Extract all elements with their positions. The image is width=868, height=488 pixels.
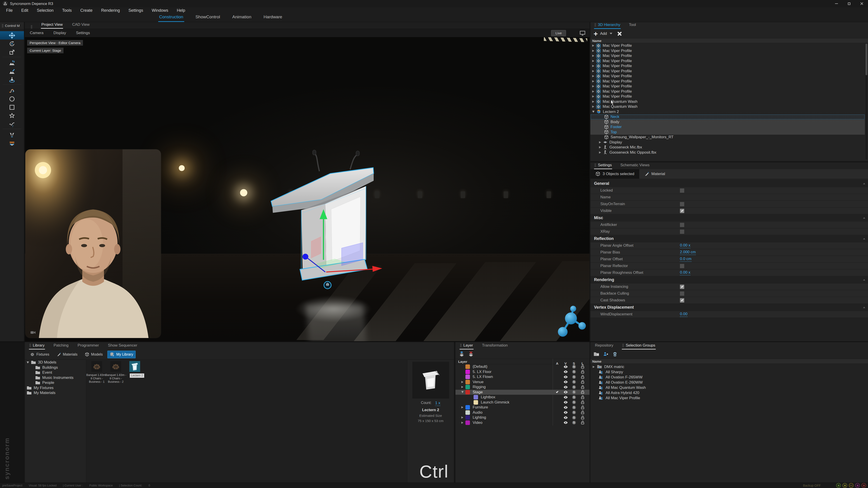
- menu-windows[interactable]: Windows: [147, 7, 173, 14]
- delete-layer-icon[interactable]: [468, 351, 474, 357]
- tree-item-gooseneck-mic-opposit-fbx[interactable]: Gooseneck Mic Opposit.fbx: [590, 150, 865, 155]
- layer-row-stage[interactable]: StageS: [456, 390, 590, 395]
- tool-curve-icon[interactable]: f: [0, 120, 24, 128]
- collapse-arrow-icon[interactable]: [461, 391, 464, 393]
- solo-icon[interactable]: S: [571, 369, 577, 374]
- winddisplacement-value[interactable]: 0.00: [680, 312, 687, 317]
- tree-item-lectern-2[interactable]: Lectern 2: [590, 109, 865, 115]
- collapse-arrow-icon[interactable]: [863, 306, 865, 308]
- delete-icon[interactable]: [617, 31, 622, 36]
- collapse-arrow-icon[interactable]: [863, 217, 865, 219]
- tree-item-body[interactable]: Body: [590, 120, 865, 125]
- expand-arrow-icon[interactable]: [461, 416, 463, 419]
- live-button[interactable]: Live: [551, 30, 566, 36]
- external-monitor-icon[interactable]: [580, 31, 585, 35]
- allow-instancing-checkbox[interactable]: [680, 285, 684, 289]
- thumbnail-banquet-1-83m-8-chairs-business-1[interactable]: [91, 361, 102, 372]
- expand-arrow-icon[interactable]: [592, 105, 594, 108]
- visibility-eye-icon[interactable]: [562, 385, 569, 389]
- visibility-eye-icon[interactable]: [562, 395, 569, 399]
- solo-icon[interactable]: S: [571, 400, 577, 404]
- tree-item-mac-viper-profile[interactable]: Mac Viper Profile: [590, 59, 865, 64]
- add-icon[interactable]: +: [594, 31, 598, 37]
- tree-item-mac-viper-profile[interactable]: Mac Viper Profile: [590, 53, 865, 59]
- expand-arrow-icon[interactable]: [592, 80, 594, 83]
- layer-color-swatch[interactable]: [465, 390, 470, 394]
- layer-row-audio[interactable]: AudioS: [456, 410, 590, 415]
- drag-handle[interactable]: [2, 24, 3, 28]
- solo-icon[interactable]: S: [571, 410, 577, 415]
- group-item-all-ovation-f-265ww[interactable]: All Ovation F-265WW: [590, 375, 868, 380]
- workspace-tab-hardware[interactable]: Hardware: [263, 13, 283, 22]
- tab-settings[interactable]: Settings: [594, 162, 612, 169]
- delete-group-icon[interactable]: [612, 351, 618, 357]
- library-folder-my-materials[interactable]: My Materials: [25, 390, 86, 396]
- category-tab-my-library[interactable]: My Library: [107, 351, 135, 358]
- expand-arrow-icon[interactable]: [592, 70, 594, 72]
- 3d-canvas[interactable]: Perspective View - Editor Camera Current…: [25, 37, 590, 341]
- tool-rectangle-icon[interactable]: [0, 103, 24, 111]
- tool-terrain-elevation-icon[interactable]: [0, 59, 24, 67]
- menu-rendering[interactable]: Rendering: [97, 7, 124, 14]
- tool-spline-icon[interactable]: [0, 86, 24, 95]
- tree-item-mac-viper-profile[interactable]: Mac Viper Profile: [590, 74, 865, 79]
- layer-color-swatch[interactable]: [465, 369, 470, 374]
- lock-icon[interactable]: [579, 405, 586, 410]
- solo-icon[interactable]: S: [571, 405, 577, 410]
- stayonterrain-checkbox[interactable]: [680, 202, 684, 206]
- locked-checkbox[interactable]: [680, 188, 684, 193]
- category-tab-models[interactable]: Models: [82, 351, 105, 358]
- layer-color-swatch[interactable]: [465, 405, 470, 410]
- viewport-tab-project-view[interactable]: Project View: [41, 22, 63, 29]
- layer-color-swatch[interactable]: [465, 375, 470, 379]
- tab-programmer[interactable]: Programmer: [77, 343, 99, 350]
- layer-color-swatch[interactable]: [473, 400, 478, 404]
- count-value[interactable]: 1 x: [435, 401, 440, 406]
- expand-arrow-icon[interactable]: [599, 141, 601, 143]
- visibility-eye-icon[interactable]: [562, 364, 569, 369]
- viewport-menu-camera[interactable]: Camera: [30, 31, 43, 35]
- layer-row-furniture[interactable]: FurnitureS: [456, 405, 590, 410]
- object-tab-3-objects-selected[interactable]: 3 Objects selected: [590, 169, 639, 179]
- add-selection-group-icon[interactable]: [603, 351, 609, 357]
- tree-item-mac-viper-profile[interactable]: Mac Viper Profile: [590, 84, 865, 89]
- tree-item-display[interactable]: Display: [590, 140, 865, 145]
- library-folder-buildings[interactable]: Buildings: [25, 365, 86, 370]
- antiflicker-checkbox[interactable]: [680, 223, 684, 227]
- library-folder-my-fixtures[interactable]: My Fixtures: [25, 385, 86, 391]
- expand-arrow-icon[interactable]: [592, 90, 594, 93]
- tree-item-footer[interactable]: Footer: [590, 125, 865, 130]
- visibility-eye-icon[interactable]: [562, 390, 569, 394]
- tree-item-mac-quantum-wash[interactable]: Mac Quantum Wash: [590, 104, 865, 109]
- category-tab-materials[interactable]: Materials: [54, 351, 80, 358]
- tree-item-neck[interactable]: Neck: [590, 114, 865, 120]
- layer-row-venue[interactable]: VenueS: [456, 380, 590, 385]
- menu-help[interactable]: Help: [173, 7, 189, 14]
- planar-offset-value[interactable]: 0.0 cm: [680, 257, 691, 262]
- solo-icon[interactable]: S: [571, 420, 577, 425]
- tree-item-mac-viper-profile[interactable]: Mac Viper Profile: [590, 79, 865, 84]
- tree-item-top[interactable]: Top: [590, 130, 865, 135]
- layer-color-swatch[interactable]: [465, 364, 470, 369]
- solo-icon[interactable]: S: [571, 375, 577, 379]
- group-item-all-mac-quantum-wash[interactable]: All Mac Quantum Wash: [590, 385, 868, 390]
- lock-icon[interactable]: [579, 395, 586, 399]
- tab-3d-hierarchy[interactable]: 3D Hierarchy: [594, 22, 621, 29]
- add-layer-icon[interactable]: [459, 351, 465, 357]
- expand-arrow-icon[interactable]: [461, 381, 463, 383]
- thumbnail-lectern-2[interactable]: [129, 361, 140, 372]
- visibility-eye-icon[interactable]: [562, 410, 569, 415]
- thumbnail-banquet-1-83m-8-chairs-business-2[interactable]: [110, 361, 121, 372]
- lock-icon[interactable]: [579, 375, 586, 379]
- maximize-button[interactable]: [843, 0, 855, 7]
- tree-item-samsung-wallpaper-monitors-rt[interactable]: Samsung_Wallpaper_-_Monitors_RT: [590, 135, 865, 140]
- tool-beam-icon[interactable]: [0, 131, 24, 139]
- expand-arrow-icon[interactable]: [461, 422, 463, 424]
- group-item-all-sharpy[interactable]: All Sharpy: [590, 369, 868, 375]
- lock-icon[interactable]: [579, 385, 586, 389]
- lock-icon[interactable]: [579, 390, 586, 394]
- tab-show-sequencer[interactable]: Show Sequencer: [107, 343, 138, 350]
- planar-bias-value[interactable]: 2.000 cm: [680, 250, 696, 255]
- viewport-menu-settings[interactable]: Settings: [76, 31, 90, 35]
- tool-move-icon[interactable]: [0, 31, 24, 39]
